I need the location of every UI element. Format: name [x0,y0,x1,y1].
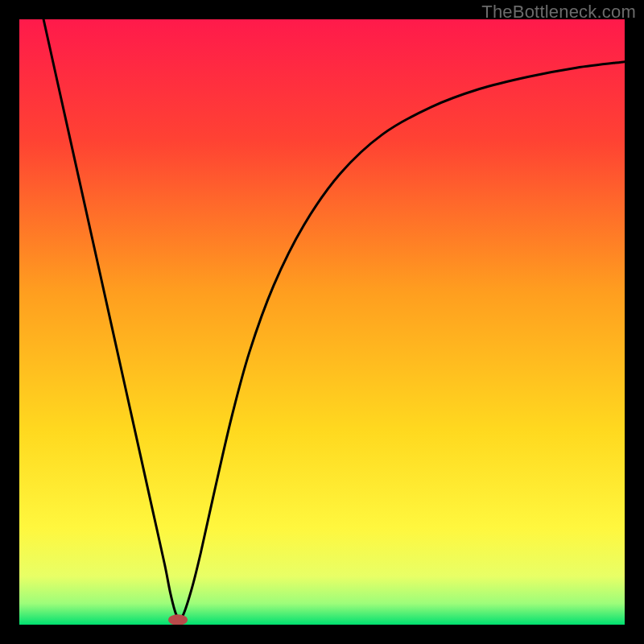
watermark-text: TheBottleneck.com [481,2,636,23]
chart-frame [19,19,625,625]
bottleneck-chart [19,19,625,625]
